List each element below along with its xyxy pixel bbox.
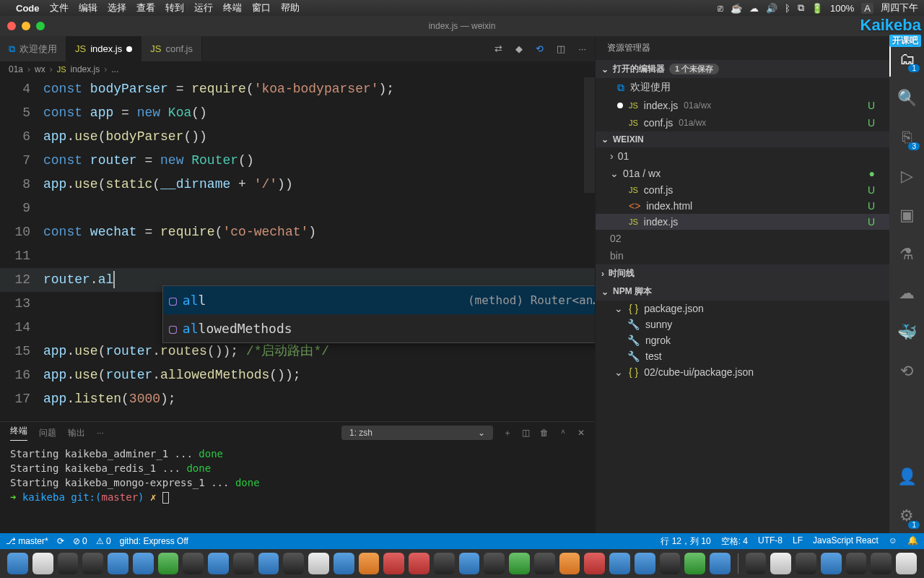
dock-app[interactable] xyxy=(559,553,580,574)
dock-app[interactable] xyxy=(660,553,681,574)
dock-app[interactable] xyxy=(896,553,917,574)
more-actions-icon[interactable]: ··· xyxy=(578,43,586,54)
status-sync-icon[interactable]: ⟳ xyxy=(57,536,64,546)
activity-scm[interactable]: ⎘3 xyxy=(889,120,924,155)
status-errors[interactable]: ⊘ 0 xyxy=(73,536,87,546)
dock-app[interactable] xyxy=(710,553,731,574)
dock-app[interactable] xyxy=(770,553,791,574)
breadcrumb-seg[interactable]: index.js xyxy=(71,64,100,74)
project-header[interactable]: WEIXIN xyxy=(596,131,889,147)
status-cursor-pos[interactable]: 行 12，列 10 xyxy=(661,535,710,548)
split-terminal-icon[interactable]: ◫ xyxy=(522,428,530,438)
activity-explorer[interactable]: 🗂1 xyxy=(889,42,924,77)
activity-extensions[interactable]: ▣ xyxy=(889,198,924,233)
status-bell-icon[interactable]: 🔔 xyxy=(907,535,918,548)
dock-app[interactable] xyxy=(208,553,229,574)
menubar-java-icon[interactable]: ☕ xyxy=(731,3,742,14)
panel-tab-terminal[interactable]: 终端 xyxy=(10,425,27,441)
code-line[interactable]: 11 xyxy=(0,244,595,268)
close-panel-icon[interactable]: ✕ xyxy=(578,428,585,438)
code-line[interactable]: 17app.listen(3000); xyxy=(0,387,595,411)
dock-app[interactable] xyxy=(584,553,605,574)
dock-app[interactable] xyxy=(609,553,630,574)
code-line[interactable]: 10const wechat = require('co-wechat') xyxy=(0,220,595,244)
dock-app[interactable] xyxy=(383,553,404,574)
activity-search[interactable]: 🔍 xyxy=(889,81,924,116)
folder-01a-wx[interactable]: 01a / wx ● xyxy=(596,165,889,182)
new-terminal-icon[interactable]: ＋ xyxy=(503,427,512,439)
dock-app[interactable] xyxy=(7,553,28,574)
dock-app[interactable] xyxy=(434,553,455,574)
terminal-output[interactable]: Starting kaikeba_adminer_1 ... doneStart… xyxy=(0,444,595,533)
dock-app[interactable] xyxy=(82,553,103,574)
dock-app[interactable] xyxy=(283,553,304,574)
menu-run[interactable]: 运行 xyxy=(194,1,213,14)
status-encoding[interactable]: UTF-8 xyxy=(758,535,783,548)
panel-tab-output[interactable]: 输出 xyxy=(68,427,85,439)
status-indent[interactable]: 空格: 4 xyxy=(721,535,748,548)
code-line[interactable]: 8app.use(static(__dirname + '/')) xyxy=(0,173,595,197)
activity-docker[interactable]: 🐳 xyxy=(889,315,924,350)
code-editor[interactable]: 4const bodyParser = require('koa-bodypar… xyxy=(0,77,595,421)
menu-file[interactable]: 文件 xyxy=(50,1,69,14)
folder-01[interactable]: 01 xyxy=(596,147,889,165)
compare-icon[interactable]: ⇄ xyxy=(494,43,502,54)
dock-app[interactable] xyxy=(534,553,555,574)
menu-view[interactable]: 查看 xyxy=(136,1,155,14)
tab-index-js[interactable]: JS index.js xyxy=(66,36,141,61)
dock-app[interactable] xyxy=(846,553,867,574)
menu-edit[interactable]: 编辑 xyxy=(79,1,97,14)
status-branch[interactable]: ⎇ master* xyxy=(6,536,48,546)
autocomplete-item[interactable]: ▢ all (method) Router<an… xyxy=(163,286,595,314)
activity-sync[interactable]: ⟲ xyxy=(889,354,924,389)
refresh-icon[interactable]: ⟲ xyxy=(536,43,544,54)
menubar-tray-icon[interactable]: ⎚ xyxy=(718,3,723,14)
dock-app[interactable] xyxy=(158,553,179,574)
menubar-battery-icon[interactable]: 🔋 xyxy=(811,3,823,14)
activity-test[interactable]: ⚗ xyxy=(889,237,924,272)
breadcrumb-seg[interactable]: ... xyxy=(111,64,118,74)
dock-app[interactable] xyxy=(796,553,816,574)
activity-run[interactable]: ▷ xyxy=(889,159,924,194)
dock-app[interactable] xyxy=(871,553,892,574)
npm-package-json[interactable]: { } package.json xyxy=(596,301,889,316)
menu-terminal[interactable]: 终端 xyxy=(223,1,242,14)
npm-scripts-header[interactable]: NPM 脚本 xyxy=(596,282,889,301)
kill-terminal-icon[interactable]: 🗑 xyxy=(540,428,549,438)
timeline-header[interactable]: 时间线 xyxy=(596,264,889,282)
open-editor-conf[interactable]: JS conf.js 01a/wx U xyxy=(596,114,889,131)
code-line[interactable]: 7const router = new Router() xyxy=(0,149,595,173)
menubar-cloud-icon[interactable]: ☁ xyxy=(749,3,759,14)
folder-bin[interactable]: bin xyxy=(596,247,889,264)
breadcrumb-seg[interactable]: wx xyxy=(35,64,45,74)
menubar-input-icon[interactable]: A xyxy=(861,3,873,14)
dock-app[interactable] xyxy=(484,553,505,574)
dock-app[interactable] xyxy=(58,553,79,574)
dock-app[interactable] xyxy=(308,553,329,574)
menu-help[interactable]: 帮助 xyxy=(281,1,300,14)
changes-icon[interactable]: ◆ xyxy=(515,43,523,54)
file-index-html[interactable]: <> index.html U xyxy=(596,198,889,214)
menu-go[interactable]: 转到 xyxy=(165,1,184,14)
code-line[interactable]: 16app.use(router.allowedMethods()); xyxy=(0,363,595,387)
dock-app[interactable] xyxy=(684,553,705,574)
autocomplete-item[interactable]: ▢ allowedMethods xyxy=(163,314,595,342)
npm-package-json-2[interactable]: { } 02/cube-ui/package.json xyxy=(596,364,889,380)
folder-02[interactable]: 02 xyxy=(596,230,889,247)
dock-app[interactable] xyxy=(108,553,128,574)
activity-settings[interactable]: ⚙1 xyxy=(889,499,924,533)
npm-script-sunny[interactable]: 🔧 sunny xyxy=(596,316,889,332)
npm-script-ngrok[interactable]: 🔧 ngrok xyxy=(596,332,889,348)
status-language[interactable]: JavaScript React xyxy=(813,535,879,548)
code-line[interactable]: 6app.use(bodyParser()) xyxy=(0,125,595,149)
open-editor-welcome[interactable]: ⧉ 欢迎使用 xyxy=(596,78,889,97)
dock-app[interactable] xyxy=(509,553,530,574)
dock-app[interactable] xyxy=(459,553,480,574)
code-line[interactable]: 5const app = new Koa() xyxy=(0,101,595,125)
dock-app[interactable] xyxy=(233,553,254,574)
code-line[interactable]: 4const bodyParser = require('koa-bodypar… xyxy=(0,77,595,101)
file-index-js[interactable]: JS index.js U xyxy=(596,214,889,230)
menu-window[interactable]: 窗口 xyxy=(252,1,271,14)
breadcrumb-seg[interactable]: 01a xyxy=(9,64,23,74)
dock-app[interactable] xyxy=(635,553,655,574)
